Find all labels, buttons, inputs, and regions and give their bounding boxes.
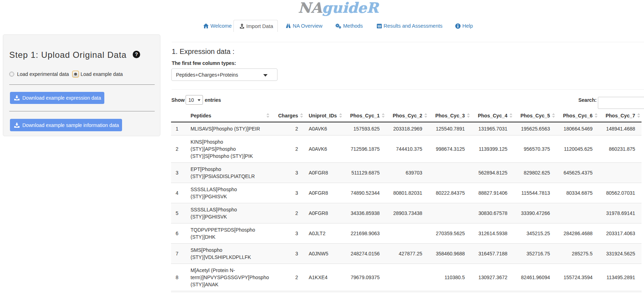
cell-phos-cyc-1: 34336.85938 [343,203,386,223]
cell-phos-cyc-2: 744410.375 [386,136,429,163]
column-header-phos_cyc_3[interactable]: Phos_Cyc_3 [429,109,471,122]
table-header-row: PeptidesChargesUniprot_IDsPhos_Cyc_1Phos… [171,109,642,122]
table-row: 4SSSSLLAS[Phospho (STY)]PGHISVK3A0FGR874… [171,183,642,203]
column-header-phos_cyc_6[interactable]: Phos_Cyc_6 [556,109,599,122]
gears-icon [335,23,341,29]
column-header-uniprot_ids[interactable]: Uniprot_IDs [304,109,343,122]
cell-phos-cyc-3 [429,291,471,293]
search-input[interactable] [598,97,644,109]
cell-phos-cyc-4: 312614.5938 [471,223,514,244]
sort-icon [467,113,470,118]
column-header-phos_cyc_1[interactable]: Phos_Cyc_1 [343,109,386,122]
column-types-value: Peptides+Charges+Proteins [176,72,238,78]
cell-phos-cyc-5: 345215.25 [514,223,556,244]
help-question-icon[interactable]: ? [133,51,140,58]
cell-phos-cyc-6: 285275.5 [556,244,599,264]
cell-phos-cyc-7: 31978.69141 [599,203,642,223]
page-length-select[interactable]: 10 [186,95,203,105]
tab-methods[interactable]: Methods [330,20,368,32]
tab-results-assessments[interactable]: Results and Assessments [371,20,448,32]
cell-phos-cyc-5: 829802.625 [514,163,556,183]
cell-phos-cyc-6: 80334.6875 [556,183,599,203]
column-header-charges[interactable]: Charges [271,109,304,122]
cell-phos-cyc-3 [429,203,471,223]
column-header-phos_cyc_2[interactable]: Phos_Cyc_2 [386,109,429,122]
sort-icon [266,113,269,118]
search-label: Search: [578,97,596,103]
cell-phos-cyc-6: 180664.5469 [556,122,599,136]
tab-methods-label: Methods [343,23,363,29]
column-types-label: The first few column types: [172,60,236,66]
tab-import-data[interactable]: Import Data [233,20,278,32]
radio-load-example[interactable] [72,71,79,78]
cell-uniprot-id: A1KXE4 [304,264,343,291]
cell-row-index: 8 [171,264,187,291]
radio-load-experimental[interactable] [9,72,14,77]
cell-uniprot-id: A0AVK6 [304,136,343,163]
download-sample-info-button[interactable]: Download example sample information data [10,119,122,131]
cell-phos-cyc-3: 125540.7891 [429,122,471,136]
cell-phos-cyc-7: 148941.4688 [599,122,642,136]
column-header-phos_cyc_7[interactable]: Phos_Cyc_7 [599,109,642,122]
cell-phos-cyc-4: 131965.7031 [471,122,514,136]
radio-load-experimental-label[interactable]: Load experimental data [17,71,69,77]
cell-phos-cyc-6: 645625.4375 [556,163,599,183]
cell-uniprot-id: A0FGR8 [304,203,343,223]
cell-phos-cyc-1: 79679.09375 [343,264,386,291]
binoculars-icon [286,23,291,28]
sort-icon [424,113,427,118]
divider [172,89,644,90]
sort-icon [595,113,598,118]
cell-phos-cyc-6: 1120045.625 [556,136,599,163]
cell-phos-cyc-5: 352716.75 [514,244,556,264]
cell-phos-cyc-1 [343,291,386,293]
cell-phos-cyc-1: 157593.625 [343,122,386,136]
cell-phos-cyc-7: 331924.5625 [599,244,642,264]
cell-phos-cyc-5: 115544.7813 [514,183,556,203]
cell-peptide: SSSSLLAS[Phospho (STY)]PGHISVK [187,183,271,203]
column-header-peptides[interactable]: Peptides [187,109,271,122]
cell-phos-cyc-2 [386,264,429,291]
column-header-phos_cyc_4[interactable]: Phos_Cyc_4 [471,109,514,122]
cell-row-index [171,291,187,293]
radio-load-example-label[interactable]: Load example data [81,71,123,77]
cell-phos-cyc-1: 712596.1875 [343,136,386,163]
sort-icon [552,113,555,118]
cell-phos-cyc-2: 427877.25 [386,244,429,264]
tab-help-label: Help [462,23,473,29]
cell-uniprot-id: A0FGR8 [304,163,343,183]
cell-uniprot-id: A0FGR8 [304,183,343,203]
column-header-phos_cyc_5[interactable]: Phos_Cyc_5 [514,109,556,122]
cell-charge: 3 [271,244,304,264]
expression-data-title: 1. Expression data : [172,48,235,56]
cell-phos-cyc-6 [556,203,599,223]
logo-part-guider: guideR [322,0,379,16]
divider [9,84,155,85]
page: NAguideR Welcome Import Data NA Overview… [0,0,644,293]
cell-phos-cyc-3: 358460.9688 [429,244,471,264]
cell-charge: 3 [271,223,304,244]
logo-part-na: NA [298,0,322,16]
cell-phos-cyc-2 [386,223,429,244]
tab-na-overview[interactable]: NA Overview [280,20,328,32]
cell-phos-cyc-5: 956570.375 [514,136,556,163]
cell-row-index: 7 [171,244,187,264]
cell-phos-cyc-6: 284286.4688 [556,223,599,244]
cell-row-index: 5 [171,203,187,223]
tab-help[interactable]: Help [450,20,478,32]
chevron-down-icon [198,99,200,101]
cell-charge: 2 [271,122,304,136]
divider [172,42,644,42]
download-expression-label: Download example expression data [22,95,101,101]
table-row: 1MLISAVS[Phospho (STY)]PEIR2A0AVK6157593… [171,122,642,136]
tab-welcome[interactable]: Welcome [198,20,237,32]
table-row: 5SSSSLLAS[Phospho (STY)]PGHISVK2A0FGR834… [171,203,642,223]
download-expression-button[interactable]: Download example expression data [10,92,104,104]
cell-phos-cyc-4 [471,291,514,293]
cell-phos-cyc-5: 33390.47266 [514,203,556,223]
cell-row-index: 6 [171,223,187,244]
table-row: 6TQDPVPPETPSDS[Phospho (STY)]DHK3A0JLT22… [171,223,642,244]
cell-charge: 2 [271,136,304,163]
column-types-select[interactable]: Peptides+Charges+Proteins [171,68,277,81]
table-row: 2KINS[Phospho (STY)]APS[Phospho (STY)]S[… [171,136,642,163]
